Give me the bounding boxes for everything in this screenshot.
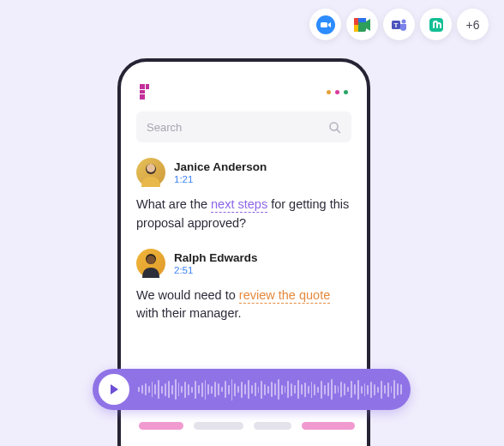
svg-rect-13	[140, 94, 145, 99]
svg-point-8	[401, 19, 405, 23]
integration-badges: T +6	[309, 9, 489, 40]
play-button[interactable]	[99, 374, 129, 405]
avatar	[136, 158, 165, 187]
loading-skeleton	[139, 422, 355, 430]
transcript-message: Ralph Edwards 2:51 We would need to revi…	[136, 249, 351, 324]
search-field[interactable]	[136, 112, 351, 142]
menu-dots[interactable]	[327, 90, 348, 94]
transcript-message: Janice Anderson 1:21 What are the next s…	[136, 158, 351, 233]
timestamp[interactable]: 1:21	[174, 174, 267, 184]
zoom-icon	[309, 9, 341, 40]
audio-player[interactable]	[93, 369, 411, 410]
app-logo	[140, 84, 155, 99]
message-text: What are the next steps for getting this…	[136, 196, 351, 233]
more-integrations-badge[interactable]: +6	[457, 9, 489, 40]
message-text: We would need to review the quote with t…	[136, 286, 351, 324]
search-input[interactable]	[147, 121, 328, 134]
microsoft-teams-icon: T	[383, 9, 415, 40]
svg-rect-1	[321, 22, 327, 27]
svg-rect-11	[146, 84, 149, 89]
whereby-icon	[420, 9, 452, 40]
svg-point-17	[147, 164, 155, 172]
svg-point-19	[147, 256, 155, 264]
svg-text:T: T	[393, 21, 398, 29]
svg-rect-5	[358, 18, 366, 22]
svg-rect-10	[140, 84, 145, 89]
keyword-highlight[interactable]: next steps	[211, 197, 267, 213]
search-icon	[328, 121, 341, 134]
svg-rect-4	[354, 25, 358, 32]
svg-rect-3	[354, 18, 358, 25]
speaker-name: Ralph Edwards	[174, 251, 258, 264]
timestamp[interactable]: 2:51	[174, 265, 258, 275]
google-meet-icon	[346, 9, 378, 40]
waveform[interactable]	[138, 377, 402, 401]
avatar	[136, 249, 165, 278]
svg-line-15	[337, 130, 340, 133]
keyword-highlight[interactable]: review the quote	[239, 288, 330, 304]
svg-rect-12	[140, 90, 145, 93]
speaker-name: Janice Anderson	[174, 160, 267, 173]
